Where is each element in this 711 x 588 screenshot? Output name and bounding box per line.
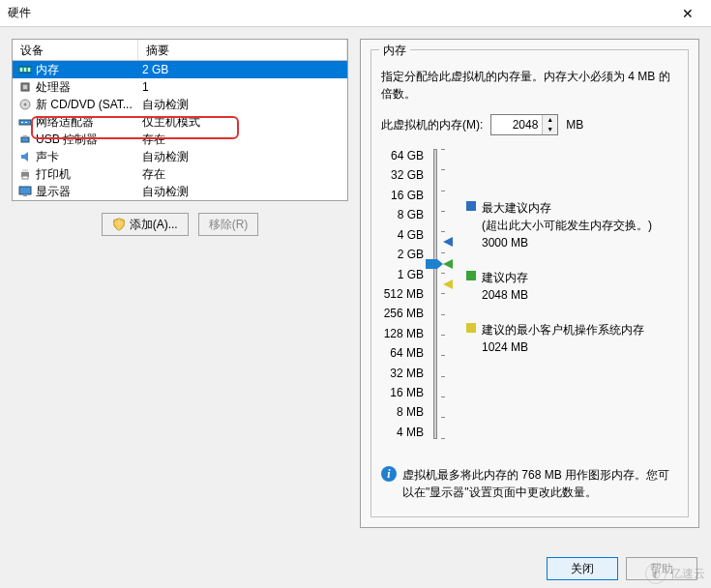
memory-unit: MB — [566, 118, 583, 132]
svg-rect-11 — [21, 137, 29, 142]
header-device[interactable]: 设备 — [13, 40, 138, 60]
memory-input-label: 此虚拟机的内存(M): — [381, 117, 483, 133]
window-title: 硬件 — [8, 5, 672, 21]
slider-tick-label: 32 GB — [381, 168, 424, 182]
table-row[interactable]: 网络适配器仅主机模式 — [13, 113, 347, 131]
legend-min-title: 建议的最小客户机操作系统内存 — [482, 321, 644, 338]
close-icon[interactable]: ✕ — [672, 6, 703, 21]
legend-max-swatch — [466, 201, 476, 211]
slider-tick — [441, 211, 445, 212]
slider-tick — [441, 355, 445, 356]
slider-tick — [441, 376, 445, 377]
svg-rect-9 — [21, 122, 23, 123]
memory-spinner[interactable]: ▲ ▼ — [490, 114, 558, 135]
info-icon: i — [381, 466, 397, 482]
slider-tick-label: 8 GB — [381, 208, 424, 221]
network-icon — [16, 115, 34, 129]
add-button[interactable]: 添加(A)... — [102, 213, 189, 236]
add-button-label: 添加(A)... — [130, 217, 178, 233]
memory-group: 内存 指定分配给此虚拟机的内存量。内存大小必须为 4 MB 的倍数。 此虚拟机的… — [370, 49, 689, 517]
slider-tick-label: 4 MB — [381, 426, 424, 439]
slider-tick-labels: 64 GB32 GB16 GB8 GB4 GB2 GB1 GB512 MB256… — [381, 149, 430, 439]
table-row[interactable]: 显示器自动检测 — [13, 183, 347, 200]
slider-tick-label: 8 MB — [381, 405, 424, 419]
titlebar: 硬件 ✕ — [0, 0, 711, 27]
info-row: i 虚拟机最多将此内存的 768 MB 用作图形内存。您可以在"显示器"设置页面… — [381, 466, 678, 501]
device-name: 声卡 — [34, 149, 138, 165]
svg-rect-16 — [19, 187, 31, 194]
device-name: 打印机 — [34, 166, 138, 183]
device-summary: 存在 — [138, 166, 347, 183]
slider-tick-label: 1 GB — [381, 268, 424, 281]
shield-icon — [112, 218, 126, 231]
slider-tick-label: 64 GB — [381, 149, 424, 162]
svg-rect-17 — [23, 195, 27, 196]
device-list[interactable]: 内存2 GB处理器1新 CD/DVD (SAT...自动检测网络适配器仅主机模式… — [13, 61, 347, 200]
svg-rect-14 — [22, 169, 28, 172]
memory-slider[interactable] — [430, 149, 457, 439]
device-summary: 自动检测 — [138, 97, 347, 113]
slider-tick — [441, 169, 445, 170]
table-row[interactable]: 处理器1 — [13, 78, 347, 96]
slider-tick-label: 4 GB — [381, 228, 424, 242]
device-summary: 仅主机模式 — [138, 114, 347, 131]
watermark-text: 亿速云 — [670, 566, 705, 582]
device-summary: 2 GB — [138, 63, 347, 76]
device-name: 处理器 — [34, 79, 138, 96]
svg-rect-2 — [24, 68, 26, 72]
table-row[interactable]: USB 控制器存在 — [13, 131, 347, 148]
slider-tick — [441, 293, 445, 294]
legend-max-note: (超出此大小可能发生内存交换。) — [482, 217, 652, 234]
header-summary[interactable]: 摘要 — [138, 40, 347, 60]
legend-min-swatch — [466, 323, 476, 333]
dialog-content: 设备 摘要 内存2 GB处理器1新 CD/DVD (SAT...自动检测网络适配… — [0, 27, 711, 540]
svg-rect-12 — [23, 135, 27, 137]
slider-tick-label: 64 MB — [381, 346, 424, 360]
slider-tick — [441, 149, 445, 150]
slider-tick-label: 16 GB — [381, 189, 424, 202]
device-list-panel: 设备 摘要 内存2 GB处理器1新 CD/DVD (SAT...自动检测网络适配… — [12, 39, 348, 201]
svg-rect-1 — [20, 68, 22, 72]
table-row[interactable]: 新 CD/DVD (SAT...自动检测 — [13, 96, 347, 113]
slider-tick — [441, 252, 445, 253]
device-summary: 1 — [138, 80, 347, 94]
slider-tick-label: 512 MB — [381, 287, 424, 301]
cpu-icon — [16, 80, 34, 94]
slider-tick-label: 2 GB — [381, 248, 424, 261]
slider-tick — [441, 314, 445, 315]
slider-tick — [441, 438, 445, 439]
marker-min-icon — [443, 279, 453, 288]
legend-max-title: 最大建议内存 — [482, 199, 652, 217]
table-row[interactable]: 内存2 GB — [13, 61, 347, 78]
settings-panel: 内存 指定分配给此虚拟机的内存量。内存大小必须为 4 MB 的倍数。 此虚拟机的… — [360, 39, 699, 528]
table-row[interactable]: 打印机存在 — [13, 165, 347, 183]
slider-thumb-icon[interactable] — [426, 259, 443, 269]
slider-tick-label: 32 MB — [381, 367, 424, 380]
table-row[interactable]: 声卡自动检测 — [13, 148, 347, 165]
slider-tick — [441, 273, 445, 274]
legend-rec-swatch — [466, 271, 476, 280]
svg-rect-10 — [25, 122, 27, 123]
spin-down-icon[interactable]: ▼ — [543, 125, 557, 134]
memory-input[interactable] — [491, 115, 542, 134]
watermark: ◐ 亿速云 — [645, 563, 705, 584]
slider-tick — [441, 231, 445, 232]
memory-icon — [16, 63, 34, 76]
device-table-header: 设备 摘要 — [13, 40, 347, 61]
slider-tick-label: 128 MB — [381, 327, 424, 340]
spin-up-icon[interactable]: ▲ — [543, 115, 557, 125]
svg-point-7 — [24, 103, 27, 106]
device-name: USB 控制器 — [34, 132, 138, 148]
svg-rect-5 — [23, 85, 27, 89]
usb-icon — [16, 132, 34, 146]
memory-description: 指定分配给此虚拟机的内存量。内存大小必须为 4 MB 的倍数。 — [381, 68, 678, 103]
slider-tick — [441, 397, 445, 397]
legend-area: 最大建议内存 (超出此大小可能发生内存交换。) 3000 MB 建议内存 204… — [457, 149, 678, 439]
slider-tick — [441, 191, 445, 191]
remove-button-label: 移除(R) — [209, 217, 249, 233]
printer-icon — [16, 167, 34, 181]
device-summary: 自动检测 — [138, 184, 347, 200]
marker-rec-icon — [443, 258, 453, 268]
slider-tick-label: 16 MB — [381, 386, 424, 399]
close-button[interactable]: 关闭 — [547, 557, 618, 580]
